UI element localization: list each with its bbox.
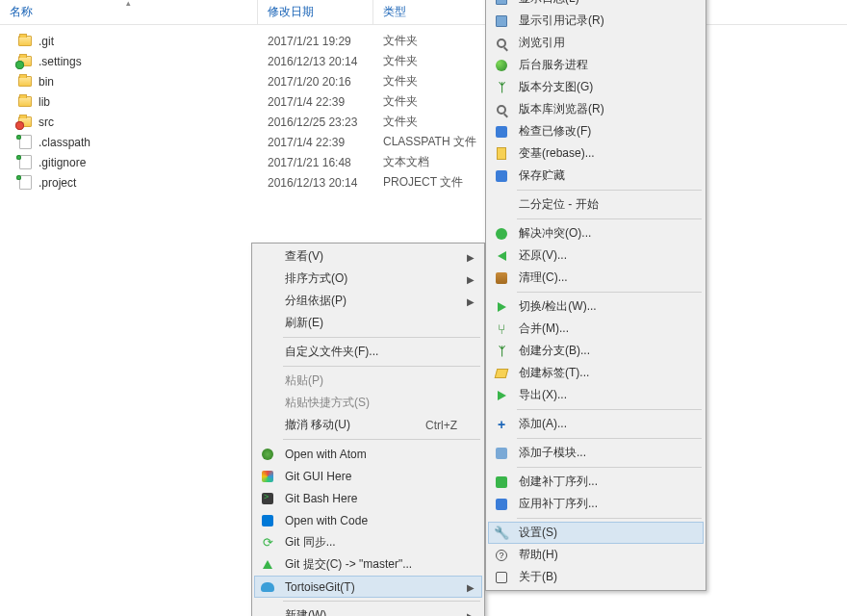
subMenu-item[interactable]: ?帮助(H) bbox=[488, 544, 704, 566]
subMenu-item[interactable]: 应用补丁序列... bbox=[488, 493, 704, 515]
about-icon bbox=[494, 570, 509, 585]
subMenu-item[interactable]: ᛉ创建分支(B)... bbox=[488, 340, 704, 362]
arrow-green-r-icon bbox=[494, 388, 509, 403]
subMenu-item[interactable]: 创建补丁序列... bbox=[488, 471, 704, 493]
subMenu-item[interactable]: 显示引用记录(R) bbox=[488, 10, 704, 32]
folder-icon bbox=[17, 54, 33, 69]
subMenu-item[interactable]: 解决冲突(O)... bbox=[488, 222, 704, 244]
menu-item-label: 版本库浏览器(R) bbox=[519, 101, 604, 117]
column-header-name-label: 名称 bbox=[10, 4, 33, 20]
subMenu-item[interactable]: ᛉ版本分支图(G) bbox=[488, 76, 704, 98]
mainMenu-item[interactable]: Open with Code bbox=[254, 509, 482, 531]
subMenu-item[interactable]: 版本库浏览器(R) bbox=[488, 98, 704, 120]
menu-item-label: 切换/检出(W)... bbox=[519, 298, 597, 315]
submenu-arrow-icon: ▶ bbox=[467, 610, 475, 616]
puzzle-icon bbox=[494, 446, 509, 461]
file-list: .git2017/1/21 19:29文件夹.settings2016/12/1… bbox=[0, 25, 847, 198]
mainMenu-item[interactable]: TortoiseGit(T)▶ bbox=[254, 576, 482, 598]
subMenu-item[interactable]: 二分定位 - 开始 bbox=[488, 193, 704, 216]
menu-item-label: 排序方式(O) bbox=[285, 270, 347, 287]
menu-item-label: 还原(V)... bbox=[519, 247, 567, 264]
mainMenu-item[interactable]: 查看(V)▶ bbox=[254, 245, 482, 268]
file-row[interactable]: .gitignore2017/1/21 16:48文本文档 bbox=[0, 152, 847, 172]
subMenu-item[interactable]: 检查已修改(F) bbox=[488, 120, 704, 142]
menu-separator bbox=[517, 190, 702, 191]
branch-icon: ᛉ bbox=[494, 80, 509, 95]
mainMenu-item[interactable]: ⟳Git 同步... bbox=[254, 531, 482, 553]
subMenu-item[interactable]: 添加子模块... bbox=[488, 442, 704, 464]
menu-item-label: 清理(C)... bbox=[519, 270, 568, 286]
menu-item-label: 粘贴快捷方式(S) bbox=[285, 395, 370, 411]
merge-icon: ⑂ bbox=[494, 321, 509, 337]
mainMenu-item[interactable]: 分组依据(P)▶ bbox=[254, 290, 482, 312]
blank-icon bbox=[494, 197, 509, 213]
context-menu-main: 查看(V)▶排序方式(O)▶分组依据(P)▶刷新(E)自定义文件夹(F)...粘… bbox=[251, 243, 485, 616]
file-row[interactable]: .settings2016/12/13 20:14文件夹 bbox=[0, 51, 847, 71]
subMenu-item[interactable]: 清理(C)... bbox=[488, 267, 704, 289]
book-icon bbox=[494, 0, 509, 7]
menu-separator bbox=[517, 518, 702, 519]
subMenu-item[interactable]: 关于(B) bbox=[488, 566, 704, 588]
blank-icon bbox=[260, 294, 275, 309]
column-header-type[interactable]: 类型 bbox=[373, 0, 489, 24]
column-header-name[interactable]: 名称 ▴ bbox=[0, 0, 258, 24]
mainMenu-item[interactable]: 自定义文件夹(F)... bbox=[254, 341, 482, 363]
file-date-cell: 2017/1/4 22:39 bbox=[258, 95, 373, 109]
mainMenu-item[interactable]: 排序方式(O)▶ bbox=[254, 268, 482, 290]
file-date-cell: 2016/12/13 20:14 bbox=[258, 55, 373, 68]
subMenu-item[interactable]: 后台服务进程 bbox=[488, 54, 704, 76]
patch-a-icon bbox=[494, 497, 509, 512]
file-name-label: .classpath bbox=[38, 136, 90, 149]
menu-item-label: 分组依据(P) bbox=[285, 293, 346, 309]
brush-icon bbox=[494, 270, 509, 286]
globe-icon bbox=[494, 58, 509, 73]
subMenu-item[interactable]: 显示日志(L) bbox=[488, 0, 704, 10]
file-name-label: .git bbox=[38, 35, 54, 48]
menu-item-label: Git 同步... bbox=[285, 534, 336, 551]
menu-item-label: Open with Atom bbox=[285, 448, 367, 461]
file-date-cell: 2017/1/4 22:39 bbox=[258, 136, 373, 149]
mainMenu-item[interactable]: 新建(W)▶ bbox=[254, 604, 482, 616]
subMenu-item[interactable]: 切换/检出(W)... bbox=[488, 295, 704, 318]
mainMenu-item[interactable]: Open with Atom bbox=[254, 443, 482, 465]
subMenu-item[interactable]: 还原(V)... bbox=[488, 244, 704, 267]
blue-box-icon bbox=[494, 124, 509, 140]
file-row[interactable]: .project2016/12/13 20:14PROJECT 文件 bbox=[0, 172, 847, 192]
folder-icon bbox=[17, 74, 33, 90]
menu-item-label: 保存贮藏 bbox=[519, 167, 565, 184]
subMenu-item[interactable]: 创建标签(T)... bbox=[488, 362, 704, 384]
mainMenu-item[interactable]: Git GUI Here bbox=[254, 465, 482, 487]
subMenu-item[interactable]: 保存贮藏 bbox=[488, 165, 704, 187]
vscode-icon bbox=[260, 513, 275, 528]
subMenu-item[interactable]: 变基(rebase)... bbox=[488, 142, 704, 165]
file-name-cell: .git bbox=[0, 34, 258, 49]
menu-item-label: Git 提交(C) -> "master"... bbox=[285, 556, 412, 573]
file-name-cell: .classpath bbox=[0, 135, 258, 150]
file-row[interactable]: src2016/12/25 23:23文件夹 bbox=[0, 112, 847, 132]
column-header-date[interactable]: 修改日期 bbox=[258, 0, 373, 24]
subMenu-item[interactable]: 浏览引用 bbox=[488, 32, 704, 54]
file-name-cell: .project bbox=[0, 175, 258, 191]
mainMenu-item[interactable]: Git Bash Here bbox=[254, 487, 482, 509]
menu-item-label: 解决冲突(O)... bbox=[519, 225, 591, 242]
file-name-cell: bin bbox=[0, 74, 258, 90]
file-row[interactable]: .git2017/1/21 19:29文件夹 bbox=[0, 31, 847, 51]
menu-item-label: 撤消 移动(U) bbox=[285, 417, 350, 433]
subMenu-item[interactable]: ⑂合并(M)... bbox=[488, 318, 704, 340]
menu-item-label: 粘贴(P) bbox=[285, 372, 323, 389]
file-row[interactable]: bin2017/1/20 20:16文件夹 bbox=[0, 71, 847, 91]
subMenu-item[interactable]: 导出(X)... bbox=[488, 384, 704, 406]
menu-separator bbox=[283, 439, 480, 440]
file-row[interactable]: lib2017/1/4 22:39文件夹 bbox=[0, 91, 847, 112]
column-header-date-label: 修改日期 bbox=[268, 4, 314, 20]
sort-ascending-icon: ▴ bbox=[126, 0, 131, 8]
mainMenu-item[interactable]: Git 提交(C) -> "master"... bbox=[254, 553, 482, 576]
menu-item-label: 应用补丁序列... bbox=[519, 496, 598, 512]
file-row[interactable]: .classpath2017/1/4 22:39CLASSPATH 文件 bbox=[0, 132, 847, 152]
subMenu-item[interactable]: 🔧设置(S) bbox=[488, 522, 704, 544]
mainMenu-item[interactable]: 刷新(E) bbox=[254, 312, 482, 334]
subMenu-item[interactable]: +添加(A)... bbox=[488, 413, 704, 435]
menu-item-label: 显示引用记录(R) bbox=[519, 13, 604, 29]
mainMenu-item[interactable]: 撤消 移动(U)Ctrl+Z bbox=[254, 414, 482, 436]
green-dot-icon bbox=[494, 226, 509, 242]
